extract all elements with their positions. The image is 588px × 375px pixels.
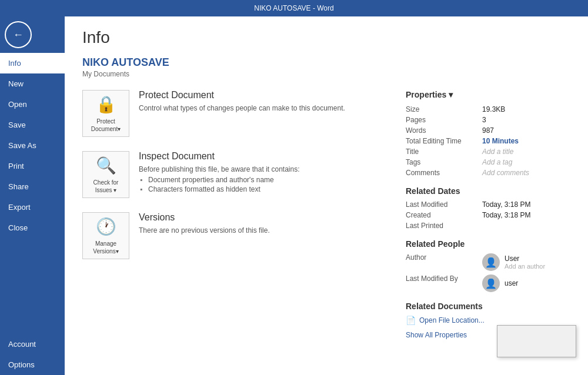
page-title: Info	[82, 28, 570, 47]
doc-title: NIKO AUTOSAVE	[82, 56, 570, 69]
prop-last-modified: Last Modified Today, 3:18 PM	[406, 200, 570, 209]
content-area: Info NIKO AUTOSAVE My Documents 🔒 Protec…	[65, 16, 588, 375]
show-all-properties-link[interactable]: Show All Properties	[406, 331, 467, 339]
prop-pages: Pages 3	[406, 116, 570, 124]
last-modified-avatar: 👤	[482, 274, 500, 292]
inspect-title: Inspect Document	[139, 151, 300, 162]
sidebar-item-open[interactable]: Open	[0, 94, 65, 115]
prop-size: Size 19.3KB	[406, 105, 570, 113]
author-avatar: 👤	[482, 253, 500, 271]
inspect-card: 🔍 Check forIssues ▾ Inspect Document Bef…	[82, 151, 382, 198]
prop-last-printed: Last Printed	[406, 222, 570, 230]
sidebar-item-save[interactable]: Save	[0, 115, 65, 135]
prop-created: Created Today, 3:18 PM	[406, 211, 570, 219]
inspect-item-2: Characters formatted as hidden text	[139, 185, 300, 193]
versions-icon-label: ManageVersions▾	[93, 240, 118, 255]
prop-words: Words 987	[406, 126, 570, 135]
add-author-link[interactable]: Add an author	[505, 263, 545, 270]
inspect-document-button[interactable]: 🔍 Check forIssues ▾	[82, 151, 129, 198]
author-name: User	[505, 255, 545, 263]
related-docs-heading: Related Documents	[406, 302, 570, 311]
sidebar-item-new[interactable]: New	[0, 73, 65, 94]
author-row: Author 👤 User Add an author	[406, 253, 570, 271]
inspect-icon-label: Check forIssues ▾	[93, 179, 119, 194]
versions-text: Versions There are no previous versions …	[139, 212, 270, 237]
author-info: 👤 User Add an author	[482, 253, 545, 271]
folder-icon: 📄	[406, 316, 416, 325]
sidebar-item-save-as[interactable]: Save As	[0, 135, 65, 156]
protect-description: Control what types of changes people can…	[139, 104, 345, 112]
main-layout: ← Info New Open Save Save As Print Share…	[0, 16, 588, 375]
last-modified-by-row: Last Modified By 👤 user	[406, 274, 570, 292]
protect-icon-label: ProtectDocument▾	[91, 118, 121, 133]
last-modified-name: user	[505, 279, 518, 287]
related-people-heading: Related People	[406, 239, 570, 249]
doc-location: My Documents	[82, 70, 570, 78]
title-bar: NIKO AUTOSAVE - Word	[0, 0, 588, 16]
protect-text: Protect Document Control what types of c…	[139, 90, 345, 115]
inspect-icon: 🔍	[96, 155, 116, 176]
right-section: Properties ▾ Size 19.3KB Pages 3 Words 9…	[406, 90, 570, 339]
prop-tags[interactable]: Tags Add a tag	[406, 158, 570, 166]
manage-versions-button[interactable]: 🕐 ManageVersions▾	[82, 212, 129, 259]
protect-document-button[interactable]: 🔒 ProtectDocument▾	[82, 90, 129, 137]
versions-title: Versions	[139, 212, 270, 223]
sidebar-item-print[interactable]: Print	[0, 156, 65, 176]
author-person: 👤 User Add an author	[482, 253, 545, 271]
protect-card: 🔒 ProtectDocument▾ Protect Document Cont…	[82, 90, 382, 137]
popup-box	[497, 325, 576, 357]
open-file-location-row: 📄 Open File Location...	[406, 316, 570, 325]
inspect-text: Inspect Document Before publishing this …	[139, 151, 300, 195]
related-dates-heading: Related Dates	[406, 186, 570, 196]
prop-editing-time: Total Editing Time 10 Minutes	[406, 137, 570, 145]
sidebar-item-account[interactable]: Account	[0, 334, 65, 354]
inspect-item-1: Document properties and author's name	[139, 176, 300, 184]
sidebar-item-close[interactable]: Close	[0, 217, 65, 238]
sidebar: ← Info New Open Save Save As Print Share…	[0, 16, 65, 375]
back-button[interactable]: ←	[5, 21, 32, 48]
sidebar-item-share[interactable]: Share	[0, 176, 65, 197]
last-modified-person: 👤 user	[482, 274, 518, 292]
sidebar-item-export[interactable]: Export	[0, 197, 65, 217]
info-sections: 🔒 ProtectDocument▾ Protect Document Cont…	[82, 90, 570, 339]
inspect-description: Before publishing this file, be aware th…	[139, 165, 300, 173]
lock-icon: 🔒	[96, 94, 116, 115]
versions-description: There are no previous versions of this f…	[139, 226, 270, 235]
sidebar-item-options[interactable]: Options	[0, 354, 65, 375]
inspect-list: Document properties and author's name Ch…	[139, 176, 300, 193]
prop-comments[interactable]: Comments Add comments	[406, 169, 570, 177]
left-section: 🔒 ProtectDocument▾ Protect Document Cont…	[82, 90, 382, 339]
sidebar-item-info[interactable]: Info	[0, 53, 65, 73]
versions-card: 🕐 ManageVersions▾ Versions There are no …	[82, 212, 382, 259]
prop-title[interactable]: Title Add a title	[406, 148, 570, 156]
protect-title: Protect Document	[139, 90, 345, 101]
versions-icon: 🕐	[96, 216, 116, 237]
open-file-location[interactable]: Open File Location...	[419, 316, 485, 324]
properties-title: Properties ▾	[406, 90, 570, 99]
title-text: NIKO AUTOSAVE - Word	[254, 4, 333, 12]
